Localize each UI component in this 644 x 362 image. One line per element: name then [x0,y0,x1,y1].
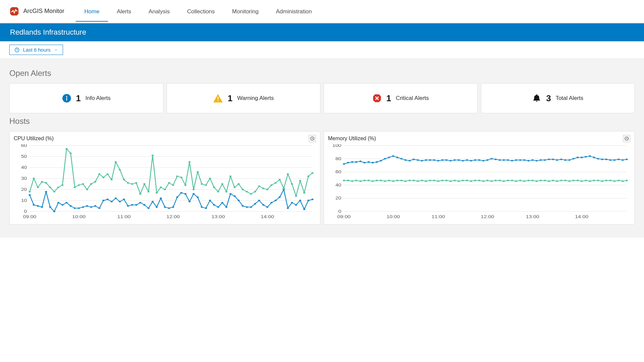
svg-point-236 [527,160,529,162]
svg-point-264 [355,180,357,181]
svg-point-127 [131,183,133,185]
svg-point-234 [519,159,521,161]
svg-point-51 [106,198,108,200]
clock-icon [14,47,20,53]
chart-memory-plot: 02040608010009:0010:0011:0012:0013:0014:… [328,144,630,221]
svg-point-126 [127,182,129,184]
svg-point-229 [499,159,501,161]
svg-point-200 [380,160,382,162]
nav-item-administration[interactable]: Administration [267,1,321,22]
svg-point-90 [266,206,268,208]
svg-point-275 [400,180,402,181]
svg-point-91 [270,202,272,203]
svg-point-242 [552,159,554,160]
svg-point-253 [597,158,599,160]
svg-point-262 [347,180,349,181]
svg-point-293 [474,180,476,181]
svg-point-59 [139,202,141,203]
chart-memory-title: Memory Utilized (%) [328,136,376,142]
svg-point-143 [197,171,199,173]
svg-point-49 [98,207,100,209]
chart-memory-time-button[interactable] [623,135,630,142]
svg-point-74 [201,206,203,208]
svg-point-217 [449,160,451,162]
svg-point-135 [164,189,166,190]
svg-point-274 [396,180,398,181]
svg-point-153 [238,183,240,185]
alert-warning-label: Warning Alerts [237,95,274,102]
app-name: ArcGIS Monitor [23,8,64,15]
svg-point-249 [581,157,583,158]
svg-point-235 [523,159,525,161]
svg-text:100: 100 [332,144,341,148]
nav-item-home[interactable]: Home [76,1,108,22]
svg-text:13:00: 13:00 [212,214,225,219]
alert-card-total[interactable]: 3 Total Alerts [481,83,635,113]
chart-cpu-time-button[interactable] [309,135,316,142]
svg-point-321 [589,181,591,182]
svg-point-287 [449,181,451,182]
svg-point-134 [160,186,162,188]
svg-point-103 [33,178,35,180]
svg-point-281 [425,181,427,182]
svg-point-299 [499,180,501,181]
svg-point-72 [193,193,195,195]
svg-point-83 [238,200,240,201]
chart-cpu: CPU Utilized (%) 010203040506009:0010:00… [9,131,320,224]
svg-point-279 [417,181,419,182]
svg-point-141 [188,161,190,163]
svg-point-54 [119,201,121,202]
svg-point-120 [102,177,104,178]
nav-item-collections[interactable]: Collections [178,1,223,22]
svg-point-226 [486,159,488,161]
svg-point-139 [180,177,182,178]
svg-rect-7 [218,100,219,101]
svg-point-231 [507,159,509,161]
svg-point-96 [291,202,293,203]
chart-cpu-plot: 010203040506009:0010:0011:0012:0013:0014… [14,144,316,221]
nav-item-alerts[interactable]: Alerts [108,1,140,22]
svg-point-251 [589,155,591,157]
svg-point-282 [429,180,431,181]
svg-point-104 [37,186,39,188]
svg-point-66 [168,207,170,209]
section-title-alerts: Open Alerts [9,69,635,78]
chart-cpu-title: CPU Utilized (%) [14,136,54,142]
svg-point-219 [458,159,460,161]
nav-item-analysis[interactable]: Analysis [140,1,178,22]
svg-text:10: 10 [21,198,27,203]
svg-point-278 [413,180,415,181]
svg-point-295 [482,181,484,182]
svg-point-93 [279,196,281,198]
time-range-selector[interactable]: Last 6 hours [9,45,63,55]
nav-item-monitoring[interactable]: Monitoring [223,1,267,22]
svg-point-247 [572,158,574,160]
svg-point-302 [511,180,513,181]
svg-text:09:00: 09:00 [337,214,351,219]
svg-point-130 [143,183,145,185]
alert-card-critical[interactable]: 1 Critical Alerts [324,83,478,113]
svg-point-316 [568,181,570,182]
svg-point-114 [78,184,80,186]
alert-card-warning[interactable]: 1 Warning Alerts [167,83,321,113]
svg-point-89 [262,204,264,206]
svg-point-286 [445,180,447,181]
svg-point-119 [98,173,100,175]
chevron-down-icon [54,48,58,52]
svg-point-42 [70,205,72,207]
svg-point-88 [258,200,260,201]
svg-point-216 [445,159,447,161]
svg-point-95 [287,207,289,209]
svg-point-205 [400,158,402,160]
alert-card-info[interactable]: 1 Info Alerts [9,83,163,113]
svg-point-196 [363,162,365,164]
svg-point-204 [396,157,398,158]
svg-text:50: 50 [21,154,27,159]
svg-point-318 [577,180,579,181]
svg-point-222 [470,160,472,162]
svg-point-291 [466,180,468,181]
svg-point-207 [409,160,411,162]
svg-point-40 [61,204,63,206]
svg-point-307 [531,180,533,181]
svg-point-147 [213,186,215,188]
